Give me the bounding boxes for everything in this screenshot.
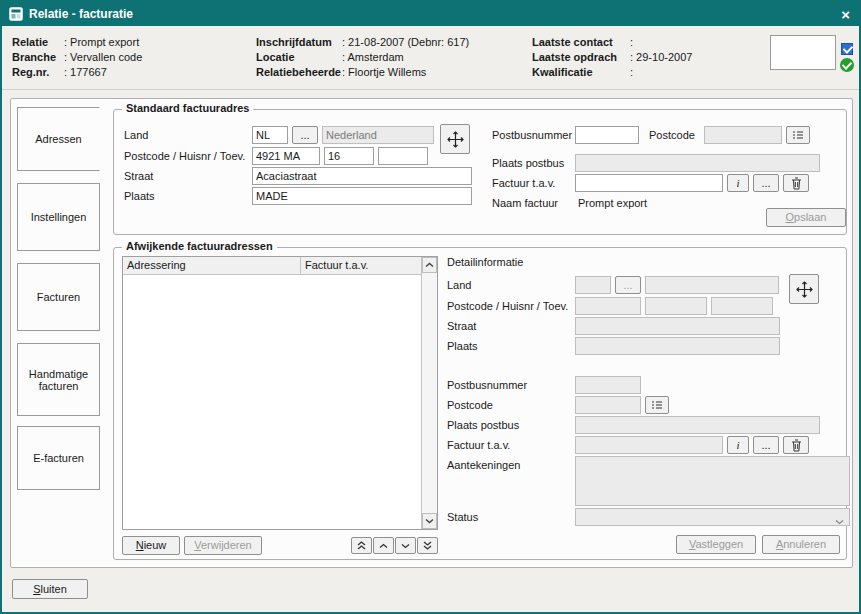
naam-factuur-value: Prompt export: [578, 197, 647, 209]
tab-facturen[interactable]: Facturen: [17, 263, 100, 331]
factuur-tav-label: Factuur t.a.v.: [492, 177, 555, 189]
laatste-opdracht-label: Laatste opdrach: [532, 50, 630, 65]
postcode-input[interactable]: [252, 147, 320, 165]
list-icon: [792, 130, 804, 140]
table-body[interactable]: [123, 275, 421, 529]
tab-instellingen[interactable]: Instellingen: [17, 183, 100, 251]
list-icon: [651, 400, 663, 410]
trash-icon: [791, 439, 802, 452]
factuur-tav-browse-button[interactable]: ...: [753, 174, 779, 192]
postcode-lookup-button[interactable]: [786, 126, 810, 144]
status-ok-icon: [840, 58, 854, 72]
detail-factuur-tav-field: [575, 436, 723, 454]
chevron-up-icon: [379, 543, 388, 549]
chevron-down-icon: [401, 543, 410, 549]
scroll-down-icon[interactable]: [422, 513, 437, 529]
summary-col-1: Relatie: Prompt export Branche: Vervalle…: [12, 35, 142, 80]
detail-plaats-postbus-field: [575, 416, 820, 434]
detail-toevoeging-field: [711, 297, 773, 315]
detail-status-select: [575, 508, 850, 526]
detail-info-button[interactable]: i: [727, 436, 749, 454]
inschrijfdatum-label: Inschrijfdatum: [256, 35, 342, 50]
nieuw-button[interactable]: Nieuw: [122, 536, 180, 555]
detail-postcode-field: [575, 297, 641, 315]
relatiebeheerder-label: Relatiebeheerde: [256, 65, 342, 80]
detail-huisnr-field: [645, 297, 707, 315]
move-down-button[interactable]: [395, 537, 416, 554]
blue-checkbox[interactable]: [841, 43, 853, 55]
double-chevron-down-icon: [423, 541, 432, 550]
app-icon: [9, 7, 23, 21]
detail-land-name-field: [645, 276, 779, 294]
tab-adressen[interactable]: Adressen: [17, 107, 100, 171]
detail-factuur-tav-label: Factuur t.a.v.: [447, 439, 510, 451]
postcode2-label: Postcode: [649, 129, 695, 141]
info-button[interactable]: i: [727, 174, 749, 192]
tab-handmatige-facturen[interactable]: Handmatige facturen: [17, 343, 100, 416]
scroll-up-icon[interactable]: [422, 257, 437, 273]
straat-label: Straat: [124, 170, 153, 182]
kwalificatie-label: Kwalificatie: [532, 65, 630, 80]
postbusnummer-input[interactable]: [575, 126, 639, 144]
straat-input[interactable]: [252, 167, 472, 185]
land-label: Land: [124, 129, 148, 141]
plaats-input[interactable]: [252, 187, 472, 205]
close-icon[interactable]: ×: [839, 7, 852, 22]
detail-plaats-field: [575, 337, 780, 355]
land-name-field: [322, 126, 434, 144]
chevron-down-icon: [835, 515, 844, 527]
kwalificatie-value: :: [630, 65, 633, 80]
table-scrollbar[interactable]: [421, 257, 437, 529]
relatie-facturatie-window: Relatie - facturatie × Relatie: Prompt e…: [0, 0, 861, 614]
regnr-label: Reg.nr.: [12, 65, 64, 80]
tab-e-facturen[interactable]: E-facturen: [17, 426, 100, 490]
move-first-button[interactable]: [351, 537, 372, 554]
column-header-factuur-tav: Factuur t.a.v.: [301, 257, 422, 275]
huisnr-input[interactable]: [324, 147, 374, 165]
naam-factuur-label: Naam factuur: [492, 197, 558, 209]
postcode2-field: [704, 126, 782, 144]
detail-postcode-lookup-button[interactable]: [645, 396, 669, 414]
move-last-button[interactable]: [417, 537, 438, 554]
detail-postcode2-label: Postcode: [447, 399, 493, 411]
detail-aantekeningen-label: Aantekeningen: [447, 459, 520, 471]
land-browse-button[interactable]: ...: [292, 126, 318, 144]
detailinformatie-title: Detailinformatie: [447, 256, 523, 268]
relatie-label: Relatie: [12, 35, 64, 50]
detail-land-label: Land: [447, 279, 471, 291]
main-panel: Adressen Instellingen Facturen Handmatig…: [10, 98, 853, 568]
factuur-tav-input[interactable]: [575, 174, 723, 192]
land-code-input[interactable]: [252, 126, 288, 144]
standaard-group-legend: Standaard factuuradres: [122, 102, 253, 114]
verwijderen-button: Verwijderen: [184, 536, 262, 555]
sluiten-button[interactable]: Sluiten: [12, 579, 88, 599]
detail-straat-label: Straat: [447, 320, 476, 332]
factuur-tav-delete-button[interactable]: [783, 174, 809, 192]
plaats-label: Plaats: [124, 190, 155, 202]
laatste-contact-label: Laatste contact: [532, 35, 630, 50]
summary-col-3: Laatste contact: Laatste opdrach: 29-10-…: [532, 35, 692, 80]
standaard-factuuradres-group: Standaard factuuradres Land ... Postcode…: [113, 109, 847, 235]
detail-straat-field: [575, 317, 780, 335]
detail-factuur-tav-delete-button[interactable]: [783, 436, 809, 454]
locatie-value: : Amsterdam: [342, 50, 404, 65]
branche-value: : Vervallen code: [64, 50, 142, 65]
summary-col-2: Inschrijfdatum: 21-08-2007 (Debnr: 617) …: [256, 35, 469, 80]
adressen-table: Adressering Factuur t.a.v.: [122, 256, 438, 530]
move-icon: [447, 131, 464, 148]
move-up-button[interactable]: [373, 537, 394, 554]
map-locate-button[interactable]: [440, 124, 470, 154]
relatie-value: : Prompt export: [64, 35, 139, 50]
detail-land-browse-button: ...: [615, 276, 641, 294]
locatie-label: Locatie: [256, 50, 342, 65]
move-icon: [796, 281, 813, 298]
double-chevron-up-icon: [357, 541, 366, 550]
regnr-value: : 177667: [64, 65, 107, 80]
detail-status-label: Status: [447, 511, 478, 523]
afwijkende-factuuradressen-group: Afwijkende factuuradressen Adressering F…: [113, 247, 847, 560]
detail-factuur-tav-browse-button[interactable]: ...: [753, 436, 779, 454]
relation-summary-header: Relatie: Prompt export Branche: Vervalle…: [2, 26, 859, 90]
detail-map-locate-button[interactable]: [789, 274, 819, 304]
toevoeging-input[interactable]: [378, 147, 428, 165]
postcode-huisnr-label: Postcode / Huisnr / Toev.: [124, 150, 245, 162]
